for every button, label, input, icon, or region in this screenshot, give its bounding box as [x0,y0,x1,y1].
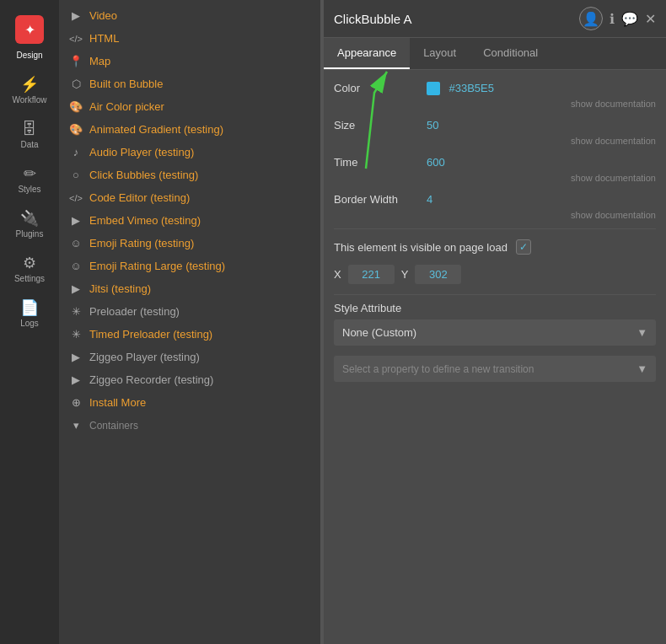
color-show-doc[interactable]: show documentation [334,99,656,109]
section-label-containers: Containers [89,420,138,432]
nav-item-data[interactable]: 🗄 Data [0,113,59,158]
code-icon: </> [69,193,83,203]
tab-layout[interactable]: Layout [410,38,470,69]
color-value: #33B5E5 [448,82,494,94]
time-show-doc[interactable]: show documentation [334,173,656,183]
jitsi-icon: ▶ [69,282,83,295]
size-value-area[interactable]: 50 [427,117,656,132]
plugin-item-map[interactable]: 📍 Map [59,50,320,72]
nav-item-settings[interactable]: ⚙ Settings [0,247,59,292]
plugin-item-video[interactable]: ▶ Video [59,4,320,27]
x-input[interactable] [348,265,395,284]
nav-item-logs[interactable]: 📄 Logs [0,292,59,336]
color-value-area[interactable]: #33B5E5 [427,80,656,95]
nav-label-workflow: Workflow [13,95,47,105]
plugin-item-install-more[interactable]: ⊕ Install More [59,391,320,414]
visible-on-load-checkbox[interactable]: ✓ [516,239,531,255]
transition-placeholder: Select a property to define a new transi… [342,363,534,375]
nav-item-design[interactable]: ✦ Design [0,7,59,68]
style-attribute-dropdown[interactable]: None (Custom) ▼ [334,319,656,346]
timed-preloader-icon: ✳ [69,328,83,341]
video-icon: ▶ [69,9,83,22]
header-icons: 👤 ℹ 💬 ✕ [579,7,656,30]
plugin-label-animated-gradient: Animated Gradient (testing) [89,123,223,136]
plugin-label-embed-vimeo: Embed Vimeo (testing) [89,214,201,227]
plugin-item-emoji-rating[interactable]: ☺ Emoji Rating (testing) [59,232,320,255]
plugin-label-map: Map [89,55,110,67]
color-swatch [427,82,440,95]
time-value: 600 [427,156,445,169]
nav-item-workflow[interactable]: ⚡ Workflow [0,68,59,113]
close-icon[interactable]: ✕ [645,11,656,27]
nav-label-styles: Styles [18,185,40,194]
data-icon: 🗄 [22,121,37,137]
plugin-item-timed-preloader[interactable]: ✳ Timed Preloader (testing) [59,323,320,346]
plugin-item-air-color[interactable]: 🎨 Air Color picker [59,95,320,118]
user-avatar-icon: 👤 [583,11,599,27]
plugin-item-animated-gradient[interactable]: 🎨 Animated Gradient (testing) [59,118,320,141]
ziggeo-player-icon: ▶ [69,351,83,363]
plugin-panel: ▶ Video </> HTML 📍 Map ⬡ Built on Bubble… [59,0,320,644]
gradient-icon: 🎨 [69,123,83,136]
coord-row: X Y [334,265,656,284]
plugin-label-click-bubbles: Click Bubbles (testing) [89,169,198,181]
style-attribute-label: Style Attribute [334,302,656,314]
nav-item-styles[interactable]: ✏ Styles [0,158,59,202]
plugin-item-click-bubbles[interactable]: ○ Click Bubbles (testing) [59,164,320,186]
properties-panel: ClickBubble A 👤 ℹ 💬 ✕ Appearance Layout … [324,0,666,644]
transition-dropdown[interactable]: Select a property to define a new transi… [334,356,656,382]
plugin-item-emoji-rating-large[interactable]: ☺ Emoji Rating Large (testing) [59,255,320,277]
section-containers: ▾ Containers [59,414,320,437]
plugin-item-jitsi[interactable]: ▶ Jitsi (testing) [59,277,320,300]
transition-arrow-icon: ▼ [636,362,647,375]
tab-conditional[interactable]: Conditional [470,38,551,69]
plugin-item-built-on-bubble[interactable]: ⬡ Built on Bubble [59,72,320,95]
plugin-label-emoji-rating: Emoji Rating (testing) [89,237,194,250]
style-attribute-value: None (Custom) [342,326,416,339]
panel-title: ClickBubble A [334,12,412,26]
plugin-label-ziggeo-player: Ziggeo Player (testing) [89,351,200,363]
nav-label-data: Data [20,140,38,149]
info-icon[interactable]: ℹ [610,11,615,27]
plugin-label-air-color: Air Color picker [89,100,164,113]
border-width-label: Border Width [334,193,427,206]
html-icon: </> [69,34,83,44]
plugin-item-ziggeo-player[interactable]: ▶ Ziggeo Player (testing) [59,346,320,368]
plugin-label-audio-player: Audio Player (testing) [89,146,194,158]
plugin-item-ziggeo-recorder[interactable]: ▶ Ziggeo Recorder (testing) [59,368,320,391]
panel-body: Color #33B5E5 show documentation Size 50… [324,70,666,644]
vimeo-icon: ▶ [69,214,83,227]
styles-icon: ✏ [24,166,36,181]
nav-label-logs: Logs [20,319,39,328]
plugin-label-timed-preloader: Timed Preloader (testing) [89,328,212,341]
plugin-item-code-editor[interactable]: </> Code Editor (testing) [59,186,320,209]
plugin-item-html[interactable]: </> HTML [59,27,320,50]
time-field-row: Time 600 [334,154,656,169]
user-icon[interactable]: 👤 [579,7,603,30]
border-width-value-area[interactable]: 4 [427,191,656,207]
border-width-field-row: Border Width 4 [334,191,656,207]
nav-item-plugins[interactable]: 🔌 Plugins [0,202,59,247]
size-label: Size [334,119,427,131]
size-field-row: Size 50 [334,117,656,132]
tab-appearance[interactable]: Appearance [324,38,410,69]
time-label: Time [334,156,427,169]
plugin-label-emoji-rating-large: Emoji Rating Large (testing) [89,260,225,272]
plugin-label-install-more: Install More [89,396,146,409]
plugin-item-audio-player[interactable]: ♪ Audio Player (testing) [59,141,320,164]
plugin-label-built-on-bubble: Built on Bubble [89,78,163,90]
audio-icon: ♪ [69,146,83,158]
install-icon: ⊕ [69,396,83,409]
size-show-doc[interactable]: show documentation [334,136,656,146]
containers-chevron-icon: ▾ [69,419,83,432]
border-width-show-doc[interactable]: show documentation [334,210,656,220]
dropdown-arrow-icon: ▼ [636,326,647,339]
plugin-label-preloader: Preloader (testing) [89,305,180,318]
plugin-item-embed-vimeo[interactable]: ▶ Embed Vimeo (testing) [59,209,320,232]
plugin-item-preloader[interactable]: ✳ Preloader (testing) [59,300,320,323]
separator-2 [334,294,656,295]
plugin-list: ▶ Video </> HTML 📍 Map ⬡ Built on Bubble… [59,0,320,644]
chat-icon[interactable]: 💬 [621,11,638,27]
time-value-area[interactable]: 600 [427,154,656,169]
y-input[interactable] [415,265,461,284]
